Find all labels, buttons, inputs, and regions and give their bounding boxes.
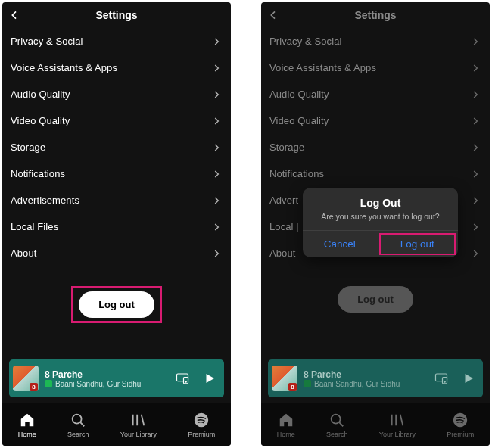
- nav-premium: Premium: [447, 412, 474, 438]
- settings-item-label: Video Quality: [11, 115, 70, 126]
- nav-label: Home: [18, 431, 36, 438]
- connect-devices-button[interactable]: [176, 372, 189, 384]
- settings-item-label: Storage: [269, 142, 304, 153]
- dialog-title: Log Out: [303, 197, 458, 209]
- settings-item-label: Privacy & Social: [11, 36, 83, 47]
- lyrics-badge-icon: [45, 380, 52, 387]
- nav-search[interactable]: Search: [67, 412, 89, 438]
- svg-marker-13: [466, 374, 474, 383]
- settings-item-local-files[interactable]: Local Files: [2, 213, 231, 240]
- settings-item-label: Local |: [269, 221, 299, 232]
- settings-screen-left: Settings Privacy & Social Voice Assistan…: [2, 2, 231, 446]
- settings-item-label: Privacy & Social: [269, 36, 342, 47]
- settings-item-label: Advert: [269, 194, 298, 206]
- logout-area: Log out: [2, 286, 231, 323]
- page-title: Settings: [354, 9, 396, 21]
- chevron-right-icon: [470, 222, 481, 232]
- connect-devices-button: [434, 372, 448, 384]
- dialog-message: Are you sure you want to log out?: [303, 212, 458, 221]
- track-artist: Baani Sandhu, Gur Sidhu: [55, 380, 141, 388]
- settings-item-label: Advertisements: [11, 194, 79, 206]
- play-button[interactable]: [203, 372, 216, 385]
- dialog-cancel-button[interactable]: Cancel: [303, 231, 377, 257]
- chevron-right-icon: [211, 89, 222, 100]
- chevron-right-icon: [211, 116, 222, 126]
- nav-label: Your Library: [379, 431, 416, 438]
- track-artist: Baani Sandhu, Gur Sidhu: [314, 380, 400, 388]
- settings-item-label: About: [11, 247, 36, 259]
- nav-label: Search: [326, 431, 348, 438]
- chevron-right-icon: [211, 169, 222, 179]
- album-art: [13, 366, 39, 391]
- play-icon: [203, 372, 216, 385]
- spotify-icon: [193, 412, 210, 428]
- search-icon: [329, 412, 345, 428]
- settings-item-voice-assistants[interactable]: Voice Assistants & Apps: [2, 54, 231, 81]
- play-button: [462, 372, 475, 385]
- svg-point-2: [185, 381, 187, 383]
- chevron-right-icon: [211, 63, 222, 73]
- nav-home[interactable]: Home: [18, 412, 36, 438]
- chevron-left-icon: [8, 9, 20, 21]
- header: Settings: [2, 2, 231, 28]
- nav-label: Home: [277, 431, 295, 438]
- settings-item-audio-quality[interactable]: Audio Quality: [2, 81, 231, 107]
- svg-line-18: [400, 414, 403, 425]
- back-button[interactable]: [8, 2, 20, 28]
- nav-label: Your Library: [120, 431, 157, 438]
- nav-label: Premium: [188, 431, 215, 438]
- settings-item-label: Local Files: [11, 221, 58, 232]
- dialog-confirm-button[interactable]: Log out: [379, 233, 456, 255]
- settings-item-privacy-social: Privacy & Social: [261, 28, 490, 54]
- connect-icon: [434, 372, 448, 384]
- home-icon: [19, 412, 36, 428]
- chevron-right-icon: [470, 63, 481, 73]
- settings-item-label: Video Quality: [269, 115, 329, 126]
- nav-library[interactable]: Your Library: [120, 412, 157, 438]
- nav-label: Search: [67, 431, 89, 438]
- chevron-right-icon: [470, 89, 481, 100]
- settings-item-about[interactable]: About: [2, 240, 231, 266]
- chevron-right-icon: [470, 142, 481, 153]
- settings-item-privacy-social[interactable]: Privacy & Social: [2, 28, 231, 54]
- spotify-icon: [452, 412, 469, 428]
- search-icon: [70, 412, 86, 428]
- now-playing-text: 8 Parche Baani Sandhu, Gur Sidhu: [304, 369, 428, 388]
- settings-item-label: About: [269, 247, 295, 259]
- header: Settings: [261, 2, 490, 28]
- page-title: Settings: [95, 9, 137, 21]
- chevron-right-icon: [470, 195, 481, 206]
- logout-area: Log out: [261, 286, 490, 313]
- svg-point-12: [444, 381, 446, 383]
- settings-item-notifications[interactable]: Notifications: [2, 160, 231, 187]
- nav-home: Home: [277, 412, 295, 438]
- settings-item-advertisements[interactable]: Advertisements: [2, 187, 231, 213]
- highlight-annotation: Log out: [71, 286, 162, 323]
- svg-point-4: [73, 414, 82, 423]
- svg-line-8: [142, 414, 145, 425]
- chevron-right-icon: [211, 248, 222, 259]
- library-icon: [130, 412, 147, 428]
- album-art: [272, 366, 297, 391]
- chevron-right-icon: [470, 169, 481, 179]
- svg-marker-3: [207, 374, 215, 383]
- back-button[interactable]: [267, 2, 279, 28]
- nav-label: Premium: [447, 431, 474, 438]
- library-icon: [389, 412, 406, 428]
- settings-item-audio-quality: Audio Quality: [261, 81, 490, 107]
- logout-button: Log out: [338, 286, 413, 313]
- now-playing-text: 8 Parche Baani Sandhu, Gur Sidhu: [45, 369, 170, 388]
- settings-item-storage[interactable]: Storage: [2, 134, 231, 160]
- chevron-right-icon: [211, 142, 222, 153]
- now-playing-bar: 8 Parche Baani Sandhu, Gur Sidhu: [268, 359, 483, 397]
- svg-point-14: [332, 414, 341, 423]
- now-playing-bar[interactable]: 8 Parche Baani Sandhu, Gur Sidhu: [9, 359, 224, 397]
- chevron-right-icon: [211, 195, 222, 206]
- track-title: 8 Parche: [45, 369, 170, 380]
- logout-button[interactable]: Log out: [79, 291, 154, 318]
- nav-premium[interactable]: Premium: [188, 412, 215, 438]
- chevron-right-icon: [470, 116, 481, 126]
- settings-item-label: Storage: [11, 142, 45, 153]
- chevron-right-icon: [211, 222, 222, 232]
- settings-item-video-quality[interactable]: Video Quality: [2, 107, 231, 134]
